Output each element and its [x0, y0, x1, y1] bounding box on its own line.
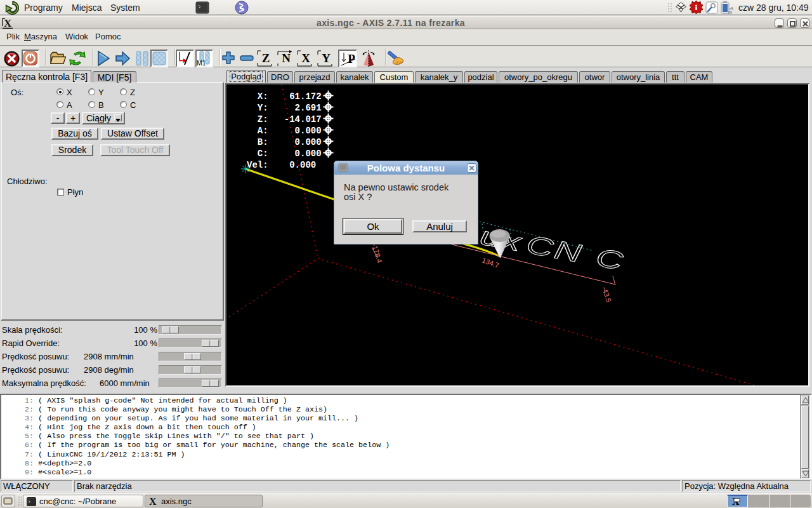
- svg-text:Z: -14.017: Z: -14.017: [247, 114, 322, 124]
- svg-text:B: 0.000: B: 0.000: [247, 137, 322, 147]
- svg-text:X: 61.172: X: 61.172: [247, 91, 322, 102]
- svg-text:C: 0.000: C: 0.000: [247, 149, 322, 159]
- svg-text:-178.4: -178.4: [370, 243, 384, 264]
- svg-text:M1: M1: [197, 59, 206, 66]
- svg-text:Y: 2.691: Y: 2.691: [247, 103, 322, 113]
- svg-text:A: 0.000: A: 0.000: [247, 126, 322, 136]
- svg-text:Vel: 0.000: Vel: 0.000: [247, 160, 316, 170]
- svg-text:-43.5: -43.5: [601, 286, 613, 303]
- svg-text:134.7: 134.7: [481, 257, 500, 269]
